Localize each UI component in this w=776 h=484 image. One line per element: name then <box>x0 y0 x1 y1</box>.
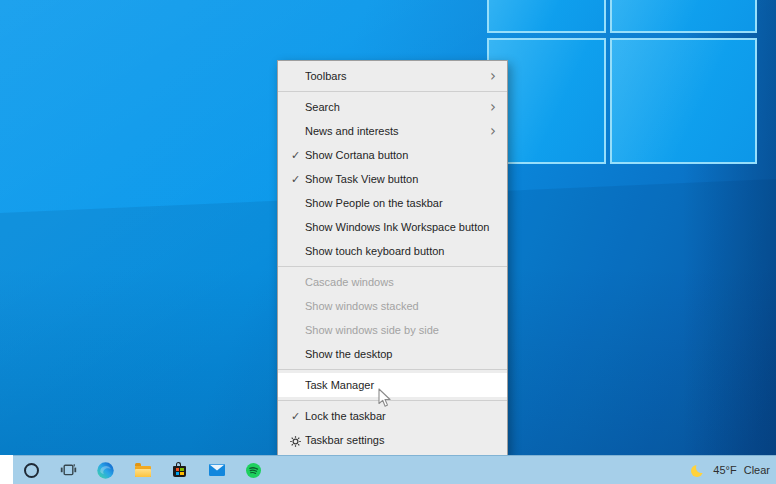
mail-button[interactable] <box>198 456 235 484</box>
mouse-cursor <box>378 388 392 412</box>
microsoft-store-icon <box>173 466 186 477</box>
edge-button[interactable] <box>87 456 124 484</box>
windows-logo-pane-bottom-right <box>610 38 757 164</box>
submenu-arrow-icon: › <box>490 100 498 115</box>
weather-condition: Clear <box>744 464 770 476</box>
menu-item-label: Cascade windows <box>305 276 498 288</box>
menu-item-news-and-interests[interactable]: News and interests › <box>278 119 507 143</box>
menu-item-show-windows-stacked: Show windows stacked <box>278 294 507 318</box>
menu-item-label: Show Task View button <box>305 173 498 185</box>
taskbar-context-menu: Toolbars › Search › News and interests ›… <box>277 60 508 456</box>
windows-10-screen: Toolbars › Search › News and interests ›… <box>0 0 776 484</box>
gear-icon <box>286 428 305 452</box>
file-explorer-button[interactable] <box>124 456 161 484</box>
menu-item-label: Show windows stacked <box>305 300 498 312</box>
file-explorer-icon <box>135 466 151 477</box>
menu-item-search[interactable]: Search › <box>278 95 507 119</box>
microsoft-store-button[interactable] <box>161 456 198 484</box>
menu-item-show-task-view-button[interactable]: ✓ Show Task View button <box>278 167 507 191</box>
menu-item-label: Show People on the taskbar <box>305 197 498 209</box>
menu-item-show-the-desktop[interactable]: Show the desktop <box>278 342 507 366</box>
check-icon: ✓ <box>286 167 305 191</box>
menu-item-show-windows-ink-workspace-button[interactable]: Show Windows Ink Workspace button <box>278 215 507 239</box>
menu-item-show-cortana-button[interactable]: ✓ Show Cortana button <box>278 143 507 167</box>
cortana-icon <box>24 463 39 478</box>
windows-logo-grid <box>176 468 184 475</box>
crescent-moon-icon <box>691 464 704 477</box>
cortana-button[interactable] <box>13 456 50 484</box>
menu-item-cascade-windows: Cascade windows <box>278 270 507 294</box>
menu-item-label: Toolbars <box>305 70 490 82</box>
menu-item-toolbars[interactable]: Toolbars › <box>278 64 507 88</box>
submenu-arrow-icon: › <box>490 69 498 84</box>
weather-temperature: 45°F <box>713 464 736 476</box>
menu-separator <box>278 369 507 370</box>
taskbar: 45°F Clear <box>0 455 776 484</box>
menu-item-label: Show windows side by side <box>305 324 498 336</box>
submenu-arrow-icon: › <box>490 124 498 139</box>
taskbar-icon-row <box>13 456 272 484</box>
menu-item-show-touch-keyboard-button[interactable]: Show touch keyboard button <box>278 239 507 263</box>
spotify-button[interactable] <box>235 456 272 484</box>
menu-separator <box>278 400 507 401</box>
menu-item-task-manager[interactable]: Task Manager <box>278 373 507 397</box>
menu-item-show-people-on-the-taskbar[interactable]: Show People on the taskbar <box>278 191 507 215</box>
menu-item-label: Show Cortana button <box>305 149 498 161</box>
menu-item-label: Lock the taskbar <box>305 410 498 422</box>
menu-item-show-windows-side-by-side: Show windows side by side <box>278 318 507 342</box>
task-view-icon <box>60 462 77 478</box>
menu-item-label: News and interests <box>305 125 490 137</box>
windows-logo-pane-top-left <box>487 0 606 33</box>
menu-separator <box>278 91 507 92</box>
menu-separator <box>278 266 507 267</box>
menu-item-label: Show touch keyboard button <box>305 245 498 257</box>
weather-tray-widget[interactable]: 45°F Clear <box>691 456 770 484</box>
menu-item-label: Task Manager <box>305 379 498 391</box>
spotify-icon <box>246 463 261 478</box>
check-icon: ✓ <box>286 143 305 167</box>
menu-item-taskbar-settings[interactable]: Taskbar settings <box>278 428 507 452</box>
menu-item-lock-the-taskbar[interactable]: ✓ Lock the taskbar <box>278 404 507 428</box>
menu-item-label: Show the desktop <box>305 348 498 360</box>
windows-logo-pane-top-right <box>610 0 757 33</box>
edge-icon <box>97 462 114 479</box>
check-icon: ✓ <box>286 404 305 428</box>
menu-item-label: Show Windows Ink Workspace button <box>305 221 498 233</box>
task-view-button[interactable] <box>50 456 87 484</box>
mail-icon <box>209 464 225 476</box>
menu-item-label: Taskbar settings <box>305 434 498 446</box>
menu-item-label: Search <box>305 101 490 113</box>
screen-corner-artifact <box>0 455 13 484</box>
